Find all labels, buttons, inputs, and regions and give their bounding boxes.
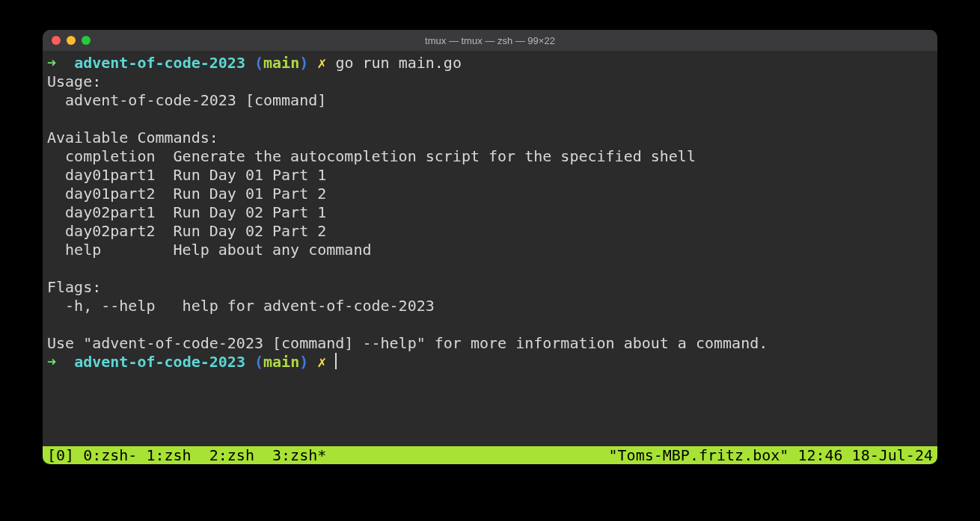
terminal-window: tmux — tmux — zsh — 99×22 ➜ advent-of-co… (43, 30, 937, 464)
git-branch: main (263, 54, 299, 72)
cursor (335, 353, 337, 369)
blank-line (47, 259, 933, 278)
blank-line (47, 372, 933, 390)
prompt-dir: advent-of-code-2023 (74, 353, 245, 371)
terminal-content[interactable]: ➜ advent-of-code-2023 (main) ✗ go run ma… (43, 54, 937, 446)
blank-line (47, 390, 933, 409)
output-usage-line: advent-of-code-2023 [command] (47, 91, 933, 110)
close-icon[interactable] (52, 36, 61, 45)
output-hint: Use "advent-of-code-2023 [command] --hel… (47, 334, 933, 353)
branch-close-paren: ) (299, 353, 308, 371)
branch-open-paren: ( (254, 353, 263, 371)
terminal-body[interactable]: ➜ advent-of-code-2023 (main) ✗ go run ma… (43, 51, 937, 464)
blank-line (47, 428, 933, 446)
prompt-line-2[interactable]: ➜ advent-of-code-2023 (main) ✗ (47, 353, 933, 372)
output-flags-label: Flags: (47, 278, 933, 297)
tmux-status-right: "Toms-MBP.fritz.box" 12:46 18-Jul-24 (609, 446, 933, 464)
branch-open-paren: ( (254, 54, 263, 72)
minimize-icon[interactable] (67, 36, 76, 45)
output-cmd-d02p2: day02part2 Run Day 02 Part 2 (47, 222, 933, 241)
output-cmd-help: help Help about any command (47, 241, 933, 259)
blank-line (47, 110, 933, 129)
branch-close-paren: ) (299, 54, 308, 72)
prompt-dir: advent-of-code-2023 (74, 54, 245, 72)
blank-line (47, 315, 933, 334)
command-text: go run main.go (335, 54, 462, 72)
tmux-windows-list[interactable]: [0] 0:zsh- 1:zsh 2:zsh 3:zsh* (47, 446, 326, 464)
prompt-arrow-icon: ➜ (47, 353, 56, 371)
output-usage-label: Usage: (47, 73, 933, 91)
output-cmd-completion: completion Generate the autocompletion s… (47, 147, 933, 166)
titlebar[interactable]: tmux — tmux — zsh — 99×22 (43, 30, 937, 51)
prompt-line-1: ➜ advent-of-code-2023 (main) ✗ go run ma… (47, 54, 933, 73)
dirty-icon: ✗ (317, 353, 326, 371)
window-controls (52, 36, 91, 45)
tmux-statusbar[interactable]: [0] 0:zsh- 1:zsh 2:zsh 3:zsh* "Toms-MBP.… (43, 446, 937, 464)
output-cmd-d01p1: day01part1 Run Day 01 Part 1 (47, 166, 933, 185)
prompt-arrow-icon: ➜ (47, 54, 56, 72)
output-flags-line: -h, --help help for advent-of-code-2023 (47, 297, 933, 315)
dirty-icon: ✗ (317, 54, 326, 72)
blank-line (47, 409, 933, 428)
window-title: tmux — tmux — zsh — 99×22 (425, 35, 555, 46)
git-branch: main (263, 353, 299, 371)
output-cmd-d02p1: day02part1 Run Day 02 Part 1 (47, 203, 933, 222)
output-cmd-d01p2: day01part2 Run Day 01 Part 2 (47, 185, 933, 203)
maximize-icon[interactable] (82, 36, 91, 45)
output-available-label: Available Commands: (47, 129, 933, 147)
